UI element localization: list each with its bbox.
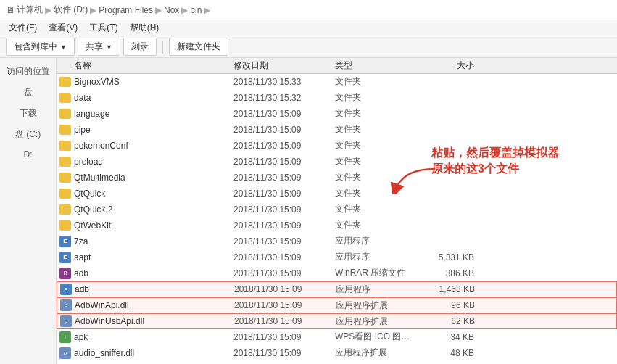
breadcrumb-sep-3: ▶ (155, 5, 162, 15)
col-header-size[interactable]: 大小 (415, 59, 480, 72)
breadcrumb-sep-1: ▶ (45, 5, 51, 15)
breadcrumb-computer[interactable]: 🖥 计算机 (6, 4, 43, 16)
file-date: 2018/11/30 15:09 (233, 268, 335, 278)
menu-help[interactable]: 帮助(H) (124, 20, 165, 36)
table-row[interactable]: QtQuick.22018/11/30 15:09文件夹 (57, 202, 617, 218)
file-date: 2018/11/30 15:09 (233, 141, 335, 151)
file-date: 2018/11/30 15:09 (233, 348, 335, 358)
table-row[interactable]: pipe2018/11/30 15:09文件夹 (57, 122, 617, 138)
file-date: 2018/11/30 15:09 (233, 332, 335, 342)
table-row[interactable]: Daudio_sniffer.dll2018/11/30 15:09应用程序扩展… (57, 345, 617, 361)
folder-icon (59, 125, 71, 135)
table-row[interactable]: DAdbWinUsbApi.dll2018/11/30 15:09应用程序扩展6… (57, 313, 617, 329)
file-size: 96 KB (415, 300, 481, 310)
breadcrumb-sep-4: ▶ (181, 5, 188, 15)
file-type: WinRAR 压缩文件 (335, 267, 415, 279)
file-date: 2018/11/30 15:09 (233, 252, 335, 262)
file-date: 2018/11/30 15:33 (233, 77, 335, 87)
table-row[interactable]: DAdbWinApi.dll2018/11/30 15:09应用程序扩展96 K… (57, 297, 617, 313)
file-date: 2018/11/30 15:09 (233, 173, 335, 183)
file-list: BignoxVMS2018/11/30 15:33文件夹data2018/11/… (57, 74, 617, 364)
menu-view[interactable]: 查看(V) (43, 20, 83, 36)
file-type: 应用程序 (335, 251, 415, 263)
table-row[interactable]: E7za2018/11/30 15:09应用程序 (57, 233, 617, 249)
table-row[interactable]: QtMultimedia2018/11/30 15:09文件夹 (57, 170, 617, 186)
exe-icon: E (59, 252, 71, 263)
dll-icon: D (60, 315, 72, 327)
file-name: Eaapt (59, 252, 233, 263)
file-name: E7za (59, 236, 233, 247)
table-row[interactable]: BignoxVMS2018/11/30 15:33文件夹 (57, 74, 617, 90)
new-folder-button[interactable]: 新建文件夹 (169, 38, 228, 56)
exe-icon: E (59, 236, 71, 247)
folder-icon (59, 77, 71, 87)
folder-icon (59, 189, 71, 199)
file-name: QtQuick (59, 189, 233, 199)
table-row[interactable]: Iapk2018/11/30 15:09WPS看图 ICO 图…34 KB (57, 329, 617, 345)
file-name: DAdbWinUsbApi.dll (60, 315, 234, 327)
burn-button[interactable]: 刻录 (123, 38, 157, 56)
file-type: 应用程序 (335, 235, 415, 247)
table-row[interactable]: pokemonConf2018/11/30 15:09文件夹 (57, 138, 617, 154)
col-header-name[interactable]: 名称 (59, 59, 233, 72)
file-date: 2018/11/30 15:09 (233, 236, 335, 247)
breadcrumb-nox[interactable]: Nox (164, 5, 179, 15)
sidebar-disk[interactable]: 盘 (0, 82, 56, 103)
col-header-date[interactable]: 修改日期 (233, 59, 335, 72)
table-row[interactable]: Eadb2018/11/30 15:09应用程序1,468 KB (57, 281, 617, 297)
table-row[interactable]: preload2018/11/30 15:09文件夹 (57, 154, 617, 170)
file-date: 2018/11/30 15:09 (233, 109, 335, 119)
file-name: QtWebKit (59, 220, 233, 231)
menu-tools[interactable]: 工具(T) (83, 20, 123, 36)
table-row[interactable]: Eaapt2018/11/30 15:09应用程序5,331 KB (57, 249, 617, 265)
file-type: 文件夹 (335, 123, 415, 136)
file-name: QtMultimedia (59, 173, 233, 183)
folder-icon (59, 204, 71, 215)
breadcrumb-sep-2: ▶ (90, 5, 96, 15)
title-bar: 🖥 计算机 ▶ 软件 (D:) ▶ Program Files ▶ Nox ▶ … (0, 0, 617, 20)
folder-icon (59, 220, 71, 231)
file-type: 文件夹 (335, 219, 415, 231)
file-size: 386 KB (415, 268, 480, 278)
file-type: 文件夹 (335, 187, 415, 199)
include-library-button[interactable]: 包含到库中 ▼ (6, 38, 75, 56)
table-row[interactable]: Radb2018/11/30 15:09WinRAR 压缩文件386 KB (57, 265, 617, 281)
folder-icon (59, 173, 71, 183)
sidebar-disk-d[interactable]: D: (0, 145, 56, 164)
breadcrumb-programfiles[interactable]: Program Files (99, 5, 153, 15)
file-size: 62 KB (415, 316, 481, 326)
dll-icon: D (59, 347, 71, 359)
file-type: WPS看图 ICO 图… (335, 331, 415, 343)
sidebar: 访问的位置 盘 下载 盘 (C:) D: (0, 58, 57, 364)
table-row[interactable]: data2018/11/30 15:32文件夹 (57, 90, 617, 106)
breadcrumb-sep-5: ▶ (204, 5, 210, 15)
sidebar-visited-locations[interactable]: 访问的位置 (0, 61, 56, 82)
file-size: 5,331 KB (415, 252, 480, 262)
table-row[interactable]: QtQuick2018/11/30 15:09文件夹 (57, 186, 617, 202)
file-type: 文件夹 (335, 203, 415, 215)
table-row[interactable]: language2018/11/30 15:09文件夹 (57, 106, 617, 122)
table-row[interactable]: QtWebKit2018/11/30 15:09文件夹 (57, 218, 617, 233)
breadcrumb-drive[interactable]: 软件 (D:) (54, 4, 88, 16)
share-button[interactable]: 共享 ▼ (78, 38, 120, 56)
folder-icon (59, 141, 71, 151)
file-name: language (59, 109, 233, 119)
file-date: 2018/11/30 15:09 (233, 157, 335, 167)
folder-icon (59, 157, 71, 167)
file-name: Daudio_sniffer.dll (59, 347, 233, 359)
winrar-icon: R (59, 268, 71, 279)
breadcrumb-bin[interactable]: bin (190, 5, 202, 15)
menu-file[interactable]: 文件(F) (3, 20, 43, 36)
file-date: 2018/11/30 15:09 (234, 316, 336, 326)
col-header-type[interactable]: 类型 (335, 59, 415, 72)
file-name: pipe (59, 125, 233, 135)
folder-icon (59, 93, 71, 103)
column-headers: 名称 修改日期 类型 大小 (57, 58, 617, 74)
sidebar-downloads[interactable]: 下载 (0, 103, 56, 124)
file-name: DAdbWinApi.dll (60, 299, 234, 311)
file-name: Radb (59, 268, 233, 279)
toolbar: 包含到库中 ▼ 共享 ▼ 刻录 新建文件夹 (0, 36, 617, 58)
sidebar-disk-c[interactable]: 盘 (C:) (0, 124, 56, 145)
file-area: 名称 修改日期 类型 大小 BignoxVMS2018/11/30 15:33文… (57, 58, 617, 364)
file-name: BignoxVMS (59, 77, 233, 87)
